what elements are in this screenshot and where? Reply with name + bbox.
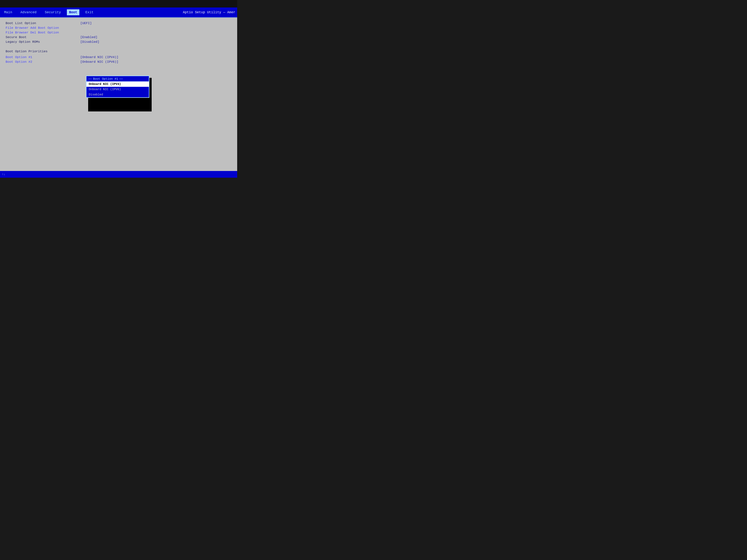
file-browser-del-row[interactable]: File Browser Del Boot Option <box>6 31 232 34</box>
utility-title: Aptio Setup Utility — Amer <box>183 10 235 14</box>
bottom-bar: ↑↓ <box>0 171 237 178</box>
boot-option-1-row[interactable]: Boot Option #1 [Onboard NIC (IPV4)] <box>6 55 232 59</box>
content-area: Boot List Option [UEFI] File Browser Add… <box>0 18 237 171</box>
legacy-option-roms-label: Legacy Option ROMs <box>6 40 80 44</box>
tab-advanced[interactable]: Advanced <box>18 9 38 15</box>
file-browser-del-label[interactable]: File Browser Del Boot Option <box>6 31 80 34</box>
boot-option-popup: Boot Option #1 Onboard NIC (IPV4) Onboar… <box>86 76 149 98</box>
boot-option-1-value: [Onboard NIC (IPV4)] <box>80 55 119 59</box>
popup-box: Boot Option #1 Onboard NIC (IPV4) Onboar… <box>86 76 149 98</box>
file-browser-add-row[interactable]: File Browser Add Boot Option <box>6 26 232 30</box>
secure-boot-value: [Enabled] <box>80 35 98 39</box>
popup-option-ipv6[interactable]: Onboard NIC (IPV6) <box>86 87 149 92</box>
top-bar <box>0 0 237 7</box>
popup-option-disabled[interactable]: Disabled <box>86 92 149 97</box>
legacy-option-roms-value: [Disabled] <box>80 40 99 44</box>
secure-boot-row: Secure Boot [Enabled] <box>6 35 232 39</box>
menu-tabs: Main Advanced Security Boot Exit <box>2 9 96 15</box>
tab-exit[interactable]: Exit <box>83 9 96 15</box>
boot-option-2-row[interactable]: Boot Option #2 [Onboard NIC (IPV6)] <box>6 60 232 64</box>
boot-priorities-label: Boot Option Priorities <box>6 50 47 53</box>
bios-screen: Main Advanced Security Boot Exit Aptio S… <box>0 0 237 178</box>
boot-list-option-row: Boot List Option [UEFI] <box>6 22 232 25</box>
tab-main[interactable]: Main <box>2 9 15 15</box>
boot-list-option-label: Boot List Option <box>6 22 80 25</box>
tab-boot[interactable]: Boot <box>67 9 79 15</box>
tab-security[interactable]: Security <box>43 9 63 15</box>
bottom-nav-text: ↑↓ <box>2 173 5 176</box>
secure-boot-label: Secure Boot <box>6 35 80 39</box>
boot-list-option-value: [UEFI] <box>80 22 92 25</box>
popup-option-ipv4[interactable]: Onboard NIC (IPV4) <box>86 82 149 87</box>
boot-option-priorities-section: Boot Option Priorities <box>6 47 232 54</box>
boot-option-2-label[interactable]: Boot Option #2 <box>6 60 80 64</box>
boot-option-1-label[interactable]: Boot Option #1 <box>6 55 80 59</box>
boot-option-2-value: [Onboard NIC (IPV6)] <box>80 60 119 64</box>
file-browser-add-label[interactable]: File Browser Add Boot Option <box>6 26 80 30</box>
menu-bar: Main Advanced Security Boot Exit Aptio S… <box>0 7 237 17</box>
popup-title: Boot Option #1 <box>86 76 149 82</box>
legacy-option-roms-row: Legacy Option ROMs [Disabled] <box>6 40 232 44</box>
